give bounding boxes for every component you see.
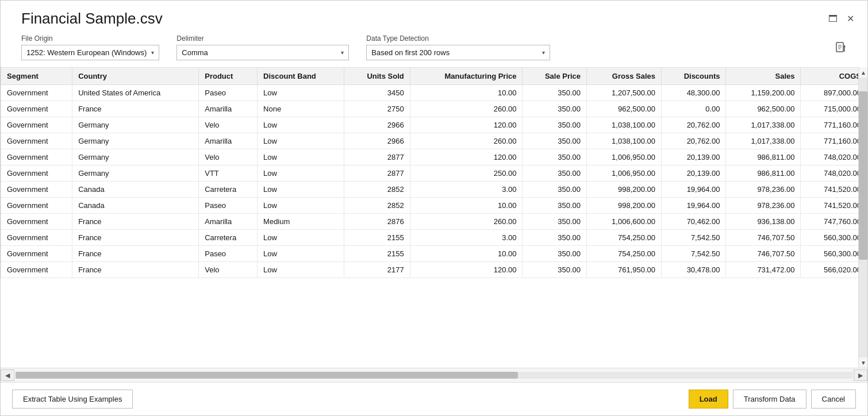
table-cell: 350.00 — [523, 101, 587, 117]
table-cell: 19,964.00 — [662, 198, 726, 214]
table-cell: 1,006,950.00 — [587, 149, 662, 165]
table-cell: 250.00 — [410, 165, 523, 182]
scroll-up-button[interactable]: ▲ — [859, 67, 867, 78]
table-scroll-wrapper[interactable]: ▲ ▼ SegmentCountryProductDiscount BandUn… — [1, 67, 867, 368]
table-row: GovernmentGermanyVTTLow2877250.00350.001… — [1, 165, 867, 182]
minimize-button[interactable]: 🗖 — [827, 13, 839, 25]
window-controls: 🗖 ✕ — [827, 13, 856, 25]
extract-table-button[interactable]: Extract Table Using Examples — [12, 390, 133, 409]
load-button[interactable]: Load — [689, 390, 728, 409]
scroll-down-button[interactable]: ▼ — [859, 357, 867, 368]
table-row: GovernmentFranceCarreteraLow21553.00350.… — [1, 230, 867, 246]
table-cell: 1,207,500.00 — [587, 85, 662, 101]
table-row: GovernmentFrancePaseoLow215510.00350.007… — [1, 246, 867, 262]
table-cell: 2750 — [344, 101, 410, 117]
footer: Extract Table Using Examples Load Transf… — [1, 382, 867, 415]
table-cell: 998,200.00 — [587, 198, 662, 214]
table-cell: 10.00 — [410, 198, 523, 214]
controls-row: File Origin 1252: Western European (Wind… — [1, 32, 867, 67]
data-type-label: Data Type Detection — [366, 34, 550, 43]
table-row: GovernmentGermanyAmarillaLow2966260.0035… — [1, 133, 867, 149]
table-cell: Amarilla — [199, 133, 258, 149]
table-cell: 1,038,100.00 — [587, 117, 662, 133]
table-cell: Velo — [199, 262, 258, 278]
table-cell: 350.00 — [523, 117, 587, 133]
table-cell: 7,542.50 — [662, 246, 726, 262]
col-header-discounts: Discounts — [662, 68, 726, 85]
table-cell: Amarilla — [199, 101, 258, 117]
table-cell: Low — [258, 182, 344, 198]
table-cell: 978,236.00 — [726, 198, 801, 214]
table-cell: Carretera — [199, 182, 258, 198]
table-cell: 10.00 — [410, 246, 523, 262]
table-container: ▲ ▼ SegmentCountryProductDiscount BandUn… — [1, 67, 867, 382]
col-header-sales: Sales — [726, 68, 801, 85]
scroll-thumb-vertical[interactable] — [859, 91, 867, 259]
table-cell: 771,160.00 — [801, 117, 867, 133]
export-icon[interactable] — [835, 41, 847, 60]
table-cell: Amarilla — [199, 214, 258, 230]
table-cell: 350.00 — [523, 198, 587, 214]
data-type-select[interactable]: Based on first 200 rows ▾ — [366, 45, 550, 60]
table-row: GovernmentCanadaCarreteraLow28523.00350.… — [1, 182, 867, 198]
file-origin-chevron-icon: ▾ — [151, 49, 154, 56]
close-button[interactable]: ✕ — [844, 13, 856, 25]
table-cell: 20,762.00 — [662, 133, 726, 149]
col-header-cogs: COGS — [801, 68, 867, 85]
table-cell: Paseo — [199, 85, 258, 101]
table-cell: 48,300.00 — [662, 85, 726, 101]
table-cell: 350.00 — [523, 133, 587, 149]
table-cell: 350.00 — [523, 165, 587, 182]
table-cell: 771,160.00 — [801, 133, 867, 149]
table-cell: Government — [1, 262, 72, 278]
table-cell: 560,300.00 — [801, 230, 867, 246]
vertical-scrollbar[interactable]: ▲ ▼ — [858, 67, 867, 368]
table-cell: 3450 — [344, 85, 410, 101]
scroll-thumb-horizontal — [16, 372, 518, 379]
table-cell: Germany — [72, 117, 199, 133]
cancel-button[interactable]: Cancel — [811, 390, 856, 409]
delimiter-select[interactable]: Comma ▾ — [176, 45, 349, 60]
data-type-chevron-icon: ▾ — [542, 49, 545, 56]
table-cell: 350.00 — [523, 85, 587, 101]
scroll-left-button[interactable]: ◀ — [1, 369, 14, 381]
data-type-group: Data Type Detection Based on first 200 r… — [366, 34, 550, 60]
table-cell: France — [72, 214, 199, 230]
scroll-track-horizontal[interactable] — [16, 372, 852, 379]
table-cell: 2876 — [344, 214, 410, 230]
horizontal-scrollbar[interactable]: ◀ ▶ — [1, 368, 867, 382]
table-cell: 350.00 — [523, 214, 587, 230]
table-row: GovernmentGermanyVeloLow2877120.00350.00… — [1, 149, 867, 165]
scroll-track-vertical[interactable] — [859, 78, 867, 357]
file-origin-select[interactable]: 1252: Western European (Windows) ▾ — [21, 45, 159, 60]
table-header-row: SegmentCountryProductDiscount BandUnits … — [1, 68, 867, 85]
table-cell: Government — [1, 246, 72, 262]
table-cell: 754,250.00 — [587, 246, 662, 262]
table-cell: 70,462.00 — [662, 214, 726, 230]
delimiter-chevron-icon: ▾ — [341, 49, 344, 56]
table-row: GovernmentFranceVeloLow2177120.00350.007… — [1, 262, 867, 278]
table-cell: Velo — [199, 117, 258, 133]
table-cell: 2852 — [344, 198, 410, 214]
table-cell: 2155 — [344, 246, 410, 262]
table-cell: 2877 — [344, 165, 410, 182]
table-cell: 747,760.00 — [801, 214, 867, 230]
table-cell: 1,038,100.00 — [587, 133, 662, 149]
table-cell: 741,520.00 — [801, 198, 867, 214]
col-header-product: Product — [199, 68, 258, 85]
table-cell: Low — [258, 133, 344, 149]
table-cell: 748,020.00 — [801, 165, 867, 182]
table-cell: 3.00 — [410, 182, 523, 198]
table-cell: 962,500.00 — [726, 101, 801, 117]
table-cell: Germany — [72, 133, 199, 149]
file-origin-group: File Origin 1252: Western European (Wind… — [21, 34, 159, 60]
col-header-sale-price: Sale Price — [523, 68, 587, 85]
scroll-right-button[interactable]: ▶ — [854, 369, 867, 381]
table-cell: Government — [1, 182, 72, 198]
col-header-units-sold: Units Sold — [344, 68, 410, 85]
table-cell: Paseo — [199, 198, 258, 214]
transform-data-button[interactable]: Transform Data — [733, 390, 806, 409]
table-row: GovernmentGermanyVeloLow2966120.00350.00… — [1, 117, 867, 133]
table-cell: Government — [1, 165, 72, 182]
table-cell: 962,500.00 — [587, 101, 662, 117]
